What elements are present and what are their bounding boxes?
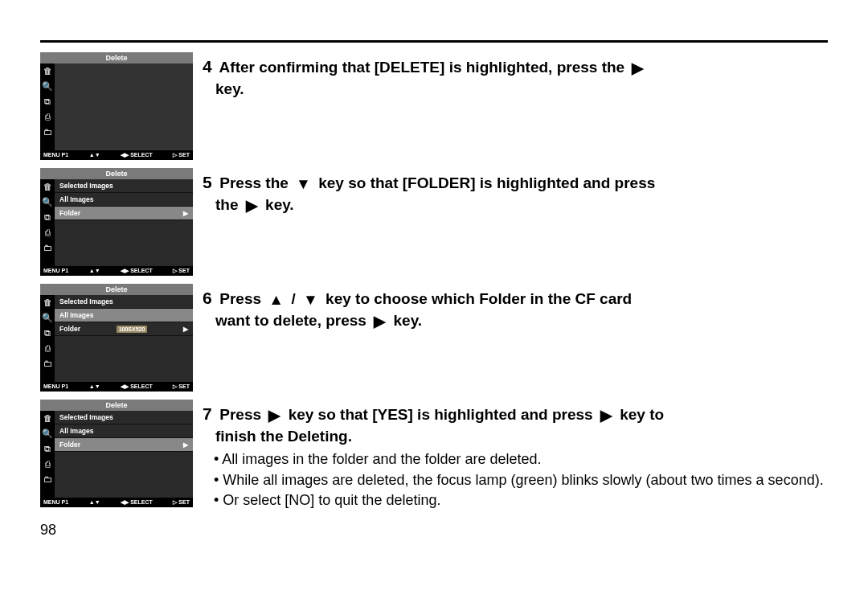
lcd-sidebar-icons: 🗑 🔍 ⧉ ⎙ 🗀 xyxy=(40,295,55,382)
lcd-status-bar: MENU P1 ▲▼ ◀▶ SELECT ▷ SET xyxy=(40,498,193,507)
right-triangle-icon: ▶ xyxy=(268,405,280,426)
step-text: key so that [FOLDER] is highlighted and … xyxy=(318,174,655,191)
status-set: ▷ SET xyxy=(173,499,190,506)
camera-lcd-screenshot: Delete 🗑 🔍 ⧉ ⎙ 🗀 Selected Images All Ima… xyxy=(40,168,193,273)
folder-icon: 🗀 xyxy=(40,240,55,256)
right-triangle-icon: ▶ xyxy=(632,58,644,79)
menu-item-highlighted: Folder▶ xyxy=(55,207,193,220)
magnify-icon: 🔍 xyxy=(40,310,55,326)
step-text: / xyxy=(291,290,295,307)
folder-icon: 🗀 xyxy=(40,125,55,140)
menu-item: All Images xyxy=(55,193,193,207)
page-number: 98 xyxy=(40,522,828,539)
status-select: ◀▶ SELECT xyxy=(121,268,153,274)
right-triangle-icon: ▶ xyxy=(246,195,258,216)
trash-icon: 🗑 xyxy=(40,179,55,195)
lcd-status-bar: MENU P1 ▲▼ ◀▶ SELECT ▷ SET xyxy=(40,382,193,392)
status-updown: ▲▼ xyxy=(89,499,100,506)
down-triangle-icon: ▼ xyxy=(303,289,318,310)
menu-item-highlighted: Folder▶ xyxy=(55,438,193,452)
step-instruction: 4 After confirming that [DELETE] is high… xyxy=(203,52,828,99)
status-left: MENU P1 xyxy=(43,152,68,158)
step-text: Press the xyxy=(219,174,289,191)
lcd-menu-area: Selected Images All Images Folder▶ xyxy=(55,411,193,498)
step-number: 7 xyxy=(203,403,215,425)
step-instruction: 7 Press ▶ key so that [YES] is highlight… xyxy=(203,400,828,510)
lcd-menu-area: Selected Images All Images Folder▶ xyxy=(55,179,193,266)
step-number: 4 xyxy=(203,55,215,78)
trash-icon: 🗑 xyxy=(40,64,55,79)
step-text: After confirming that [DELETE] is highli… xyxy=(219,59,625,76)
print-icon: ⎙ xyxy=(40,109,55,125)
chevron-right-icon: ▶ xyxy=(183,326,188,333)
lcd-title: Delete xyxy=(40,52,193,64)
up-triangle-icon: ▲ xyxy=(268,289,284,310)
status-updown: ▲▼ xyxy=(89,152,100,158)
status-select: ◀▶ SELECT xyxy=(121,152,153,158)
step-number: 6 xyxy=(203,287,215,310)
menu-item: Selected Images xyxy=(55,295,193,309)
folder-icon: 🗀 xyxy=(40,472,55,487)
step-text: key. xyxy=(215,80,244,97)
print-icon: ⎙ xyxy=(40,225,55,240)
lcd-title: Delete xyxy=(40,284,193,295)
step-text: the xyxy=(215,196,239,213)
status-set: ▷ SET xyxy=(173,152,190,158)
camera-lcd-screenshot: Delete 🗑 🔍 ⧉ ⎙ 🗀 MENU P1 ▲▼ xyxy=(40,52,193,157)
print-icon: ⎙ xyxy=(40,341,55,356)
step-row: Delete 🗑 🔍 ⧉ ⎙ 🗀 Selected Images All Ima… xyxy=(40,284,828,388)
lcd-sidebar-icons: 🗑 🔍 ⧉ ⎙ 🗀 xyxy=(40,411,55,498)
status-set: ▷ SET xyxy=(173,383,190,390)
bullet-item: While all images are deleted, the focus … xyxy=(214,470,828,490)
step-text: Press xyxy=(219,290,261,307)
step-text: want to delete, press xyxy=(215,312,366,329)
step-text: key to xyxy=(620,406,664,423)
menu-item-highlighted: All Images xyxy=(55,309,193,322)
slideshow-icon: ⧉ xyxy=(40,326,55,341)
menu-item: Selected Images xyxy=(55,411,193,424)
camera-lcd-screenshot: Delete 🗑 🔍 ⧉ ⎙ 🗀 Selected Images All Ima… xyxy=(40,284,193,388)
step-text: Press xyxy=(219,406,261,423)
step-row: Delete 🗑 🔍 ⧉ ⎙ 🗀 Selected Images All Ima… xyxy=(40,168,828,273)
down-triangle-icon: ▼ xyxy=(296,174,311,195)
step-text: key. xyxy=(394,312,423,329)
step-text: finish the Deleting. xyxy=(215,428,352,445)
bullet-item: Or select [NO] to quit the deleting. xyxy=(214,490,828,510)
right-triangle-icon: ▶ xyxy=(600,405,612,426)
trash-icon: 🗑 xyxy=(40,411,55,426)
lcd-title: Delete xyxy=(40,168,193,179)
magnify-icon: 🔍 xyxy=(40,195,55,210)
status-left: MENU P1 xyxy=(43,383,68,390)
camera-lcd-screenshot: Delete 🗑 🔍 ⧉ ⎙ 🗀 Selected Images All Ima… xyxy=(40,400,193,504)
step-number: 5 xyxy=(203,171,215,194)
horizontal-rule xyxy=(40,40,828,43)
magnify-icon: 🔍 xyxy=(40,426,55,441)
status-left: MENU P1 xyxy=(43,499,68,506)
menu-item: Selected Images xyxy=(55,179,193,193)
step-row: Delete 🗑 🔍 ⧉ ⎙ 🗀 Selected Images All Ima… xyxy=(40,400,828,510)
step-instruction: 5 Press the ▼ key so that [FOLDER] is hi… xyxy=(203,168,828,215)
magnify-icon: 🔍 xyxy=(40,79,55,94)
lcd-title: Delete xyxy=(40,400,193,411)
menu-item: All Images xyxy=(55,424,193,438)
bullet-item: All images in the folder and the folder … xyxy=(214,449,828,469)
step-instruction: 6 Press ▲ / ▼ key to choose which Folder… xyxy=(203,284,828,331)
right-triangle-icon: ▶ xyxy=(374,311,386,332)
lcd-sidebar-icons: 🗑 🔍 ⧉ ⎙ 🗀 xyxy=(40,64,55,150)
slideshow-icon: ⧉ xyxy=(40,441,55,457)
chevron-right-icon: ▶ xyxy=(183,210,188,217)
folder-badge: 100SX520 xyxy=(117,326,148,333)
lcd-menu-area: Selected Images All Images Folder100SX52… xyxy=(55,295,193,382)
lcd-status-bar: MENU P1 ▲▼ ◀▶ SELECT ▷ SET xyxy=(40,266,193,276)
print-icon: ⎙ xyxy=(40,457,55,472)
slideshow-icon: ⧉ xyxy=(40,94,55,109)
step-row: Delete 🗑 🔍 ⧉ ⎙ 🗀 MENU P1 ▲▼ xyxy=(40,52,828,157)
status-updown: ▲▼ xyxy=(89,383,100,390)
status-set: ▷ SET xyxy=(173,268,190,274)
status-left: MENU P1 xyxy=(43,268,68,274)
status-updown: ▲▼ xyxy=(89,268,100,274)
trash-icon: 🗑 xyxy=(40,295,55,310)
step-text: key to choose which Folder in the CF car… xyxy=(326,290,632,307)
step-text: key. xyxy=(265,196,294,213)
step-bullets: All images in the folder and the folder … xyxy=(214,449,828,510)
